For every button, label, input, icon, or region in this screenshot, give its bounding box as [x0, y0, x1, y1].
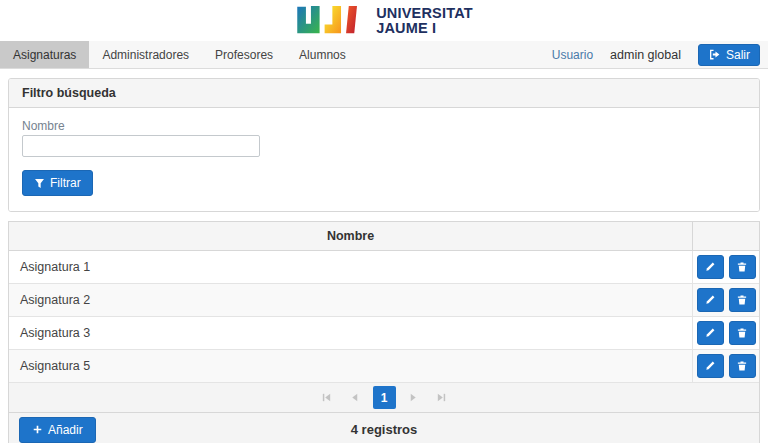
last-page-icon [436, 392, 447, 403]
table-header-row: Nombre [9, 222, 759, 251]
add-button-label: Añadir [48, 423, 83, 437]
edit-button[interactable] [697, 321, 724, 345]
app-root: UNIVERSITAT JAUME I Asignaturas Administ… [0, 0, 768, 443]
delete-button[interactable] [729, 255, 756, 279]
nav-tab-profesores[interactable]: Profesores [202, 41, 286, 68]
filter-panel-title: Filtro búsqueda [9, 79, 759, 108]
name-input[interactable] [22, 135, 260, 157]
subjects-table: Nombre Asignatura 1 Asignatura 2 [8, 221, 760, 443]
university-name: UNIVERSITAT JAUME I [376, 6, 473, 36]
subject-name: Asignatura 2 [9, 284, 693, 316]
next-page-icon [408, 392, 419, 403]
sign-out-icon [708, 48, 721, 61]
trash-icon [736, 294, 748, 306]
nav-tab-administradores[interactable]: Administradores [89, 41, 202, 68]
uji-logo-icon [295, 5, 367, 36]
filter-panel-body: Nombre Filtrar [9, 108, 759, 211]
user-label: Usuario [552, 48, 593, 62]
main-nav: Asignaturas Administradores Profesores A… [0, 41, 768, 69]
table-header-actions [693, 222, 759, 250]
table-header-nombre: Nombre [9, 222, 693, 250]
filter-button-label: Filtrar [50, 176, 81, 190]
filter-button[interactable]: Filtrar [22, 170, 93, 196]
row-actions [693, 354, 759, 378]
table-row: Asignatura 2 [9, 284, 759, 317]
filter-panel: Filtro búsqueda Nombre Filtrar [8, 78, 760, 212]
last-page-button[interactable] [432, 388, 452, 408]
table-footer: Añadir 4 registros [9, 413, 759, 443]
first-page-button[interactable] [317, 388, 337, 408]
trash-icon [736, 261, 748, 273]
row-actions [693, 321, 759, 345]
edit-button[interactable] [697, 288, 724, 312]
nav-spacer [359, 41, 552, 68]
row-actions [693, 288, 759, 312]
subject-name: Asignatura 3 [9, 317, 693, 349]
subject-name: Asignatura 1 [9, 251, 693, 283]
nav-user-area: Usuario admin global Salir [552, 41, 768, 68]
pencil-icon [704, 327, 716, 339]
delete-button[interactable] [729, 354, 756, 378]
header: UNIVERSITAT JAUME I [0, 0, 768, 41]
pencil-icon [704, 294, 716, 306]
table-row: Asignatura 3 [9, 317, 759, 350]
paginator: 1 [9, 383, 759, 413]
row-actions [693, 255, 759, 279]
trash-icon [736, 327, 748, 339]
name-field-label: Nombre [22, 119, 746, 133]
plus-icon [32, 424, 43, 435]
university-name-line1: UNIVERSITAT [376, 6, 473, 21]
current-page-button[interactable]: 1 [373, 386, 396, 409]
table-row: Asignatura 5 [9, 350, 759, 383]
pencil-icon [704, 261, 716, 273]
edit-button[interactable] [697, 255, 724, 279]
nav-tab-alumnos[interactable]: Alumnos [286, 41, 359, 68]
records-count: 4 registros [9, 422, 759, 437]
university-name-line2: JAUME I [376, 21, 473, 36]
funnel-icon [34, 178, 45, 189]
prev-page-icon [349, 392, 360, 403]
user-name: admin global [610, 48, 681, 62]
nav-tab-asignaturas[interactable]: Asignaturas [0, 41, 89, 68]
table-body: Asignatura 1 Asignatura 2 [9, 251, 759, 383]
logout-button[interactable]: Salir [698, 44, 760, 66]
prev-page-button[interactable] [345, 388, 365, 408]
next-page-button[interactable] [404, 388, 424, 408]
logout-button-label: Salir [726, 48, 750, 62]
delete-button[interactable] [729, 321, 756, 345]
first-page-icon [321, 392, 332, 403]
edit-button[interactable] [697, 354, 724, 378]
delete-button[interactable] [729, 288, 756, 312]
subject-name: Asignatura 5 [9, 350, 693, 382]
table-row: Asignatura 1 [9, 251, 759, 284]
pencil-icon [704, 360, 716, 372]
add-button[interactable]: Añadir [19, 417, 96, 443]
trash-icon [736, 360, 748, 372]
